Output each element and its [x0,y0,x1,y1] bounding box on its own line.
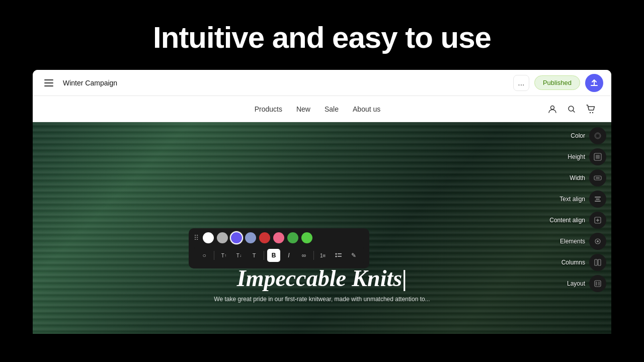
right-sidebar: Color Height Width [511,122,611,334]
separator2 [264,251,264,260]
svg-point-9 [336,256,337,257]
format-toolbar: ○ T↑ T↓ T B I ∞ 1≡ [194,246,364,264]
svg-rect-17 [595,197,601,198]
published-badge[interactable]: Published [534,75,580,90]
color-blue-gray[interactable] [245,232,256,243]
unordered-list-button[interactable] [332,249,345,262]
separator3 [313,251,314,260]
svg-rect-14 [596,155,600,159]
svg-point-24 [597,240,599,242]
canvas-area: ↑ ↓ ⠿ [33,122,611,334]
more-options-button[interactable]: ... [513,75,529,91]
link-button[interactable]: ∞ [297,249,310,262]
text-subscript-button[interactable]: T↓ [232,249,246,262]
nav-new[interactable]: New [296,105,310,113]
italic-button[interactable]: I [282,249,295,262]
svg-point-3 [592,112,593,113]
account-icon[interactable] [547,104,558,115]
color-toolbar: ⠿ ○ T↑ T↓ T B [189,228,369,268]
columns-label: Columns [561,259,585,266]
layout-icon-button[interactable] [589,275,606,292]
color-gray[interactable] [217,232,228,243]
svg-text:1≡: 1≡ [320,253,326,258]
text-align-label: Text align [559,196,585,203]
width-sidebar-item: Width [570,169,606,187]
ordered-list-button[interactable]: 1≡ [317,249,330,262]
topbar-left: Winter Campaign [41,75,117,91]
campaign-title: Winter Campaign [63,79,117,87]
color-label: Color [571,132,585,139]
svg-point-2 [590,112,591,113]
nav-about[interactable]: About us [353,105,380,113]
nav-links: Products New Sale About us [255,105,381,113]
hero-subtitle: We take great pride in our first-rate kn… [214,295,430,304]
upload-button[interactable] [585,74,603,92]
browser-chrome: Winter Campaign ... Published ↺ ↻ Produc… [33,70,611,334]
edit-pen-button[interactable]: ✎ [347,249,360,262]
color-light-green[interactable] [301,232,312,243]
bold-button[interactable]: B [267,249,280,262]
svg-point-12 [596,134,599,137]
layout-label: Layout [567,280,585,287]
svg-rect-16 [596,177,600,179]
color-white[interactable] [203,232,214,243]
page-headline: Intuitive and easy to use [0,0,644,70]
color-red[interactable] [259,232,270,243]
color-sidebar-item: Color [571,127,606,144]
svg-rect-8 [338,253,342,254]
nav-bar: Products New Sale About us [33,96,611,122]
color-icon-button[interactable] [589,127,606,144]
text-align-sidebar-item: Text align [559,191,606,208]
hero-image: ↑ ↓ ⠿ [33,122,611,334]
width-icon-button[interactable] [589,169,606,187]
color-palette-row: ⠿ [194,232,364,243]
svg-rect-25 [595,259,597,265]
color-green[interactable] [287,232,298,243]
layout-sidebar-item: Layout [567,275,606,292]
nav-sale[interactable]: Sale [325,105,339,113]
svg-rect-18 [596,199,600,200]
width-label: Width [570,174,585,182]
hamburger-menu-icon[interactable] [41,75,57,91]
content-align-icon-button[interactable] [589,212,606,229]
drag-handle-icon[interactable]: ⠿ [194,234,199,242]
content-align-sidebar-item: Content align [549,212,606,229]
svg-point-0 [551,106,554,109]
height-label: Height [568,153,585,160]
height-icon-button[interactable] [589,148,606,165]
svg-rect-10 [338,256,342,257]
color-pink[interactable] [273,232,284,243]
hero-text-overlay: Impeccable Knits| We take great pride in… [214,265,430,304]
circle-button[interactable]: ○ [198,249,211,262]
search-icon[interactable] [566,104,577,115]
elements-label: Elements [560,238,585,245]
text-superscript-button[interactable]: T↑ [217,249,230,262]
svg-rect-29 [598,282,600,286]
hero-title[interactable]: Impeccable Knits| [214,265,430,292]
text-size-button[interactable]: T [248,249,261,262]
text-align-icon-button[interactable] [589,191,606,208]
topbar-right: ... Published [513,74,603,92]
cart-icon[interactable] [585,104,596,115]
columns-sidebar-item: Columns [561,254,606,271]
height-sidebar-item: Height [568,148,606,165]
topbar: Winter Campaign ... Published ↺ ↻ [33,70,611,96]
elements-icon-button[interactable] [589,233,606,250]
elements-sidebar-item: Elements [560,233,606,250]
columns-icon-button[interactable] [589,254,606,271]
nav-products[interactable]: Products [255,105,282,113]
content-align-label: Content align [549,217,585,224]
svg-rect-19 [595,201,601,202]
svg-rect-28 [596,282,597,286]
svg-rect-26 [598,259,601,265]
svg-point-7 [336,253,337,255]
color-purple[interactable] [231,232,242,243]
nav-icons [547,104,596,115]
separator [214,251,214,260]
